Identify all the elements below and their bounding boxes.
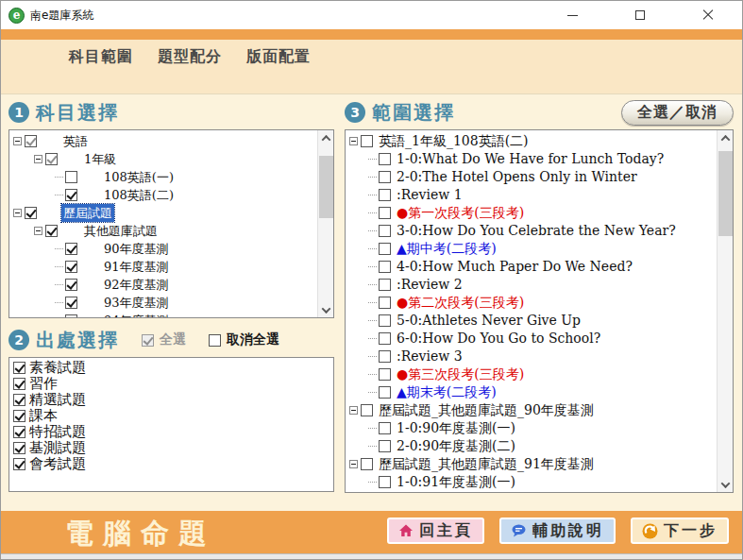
list-item[interactable]: 精選試題 <box>11 392 333 408</box>
tree-item-label[interactable]: 1-0:What Do We Have for Lunch Today? <box>395 150 666 168</box>
list-item[interactable]: 特招試題 <box>11 424 333 440</box>
tree-item-label[interactable]: 94年度基測 <box>102 312 171 317</box>
tree-checkbox[interactable] <box>379 243 391 255</box>
tree-item-label[interactable]: :Review 2 <box>395 276 464 294</box>
tree-item-label[interactable]: 2-0:The Hotel Opens Only in Winter <box>395 168 639 186</box>
tree-expander-icon[interactable] <box>349 137 358 145</box>
tree-checkbox[interactable] <box>25 207 37 219</box>
list-checkbox[interactable] <box>13 442 25 454</box>
tree-checkbox[interactable] <box>379 279 391 291</box>
deselect-all-checkbox[interactable]: 取消全選 <box>209 331 279 348</box>
tree-item-label[interactable]: :Review 1 <box>395 186 464 204</box>
list-item[interactable]: 課本 <box>11 408 333 424</box>
tree-checkbox[interactable] <box>361 135 373 147</box>
tree-item-label[interactable]: 108英語(一) <box>102 168 176 186</box>
tree-item-label[interactable]: 其他題庫試題 <box>82 222 160 240</box>
minimize-button[interactable] <box>538 1 606 29</box>
tree-item-label[interactable]: 1年級 <box>82 150 118 168</box>
tree-item-label[interactable]: ▲期末考(二段考) <box>395 383 498 401</box>
tree-expander-icon[interactable] <box>34 155 42 163</box>
tree-expander-icon[interactable] <box>13 137 22 145</box>
tree-item-label[interactable]: 90年度基測 <box>102 240 171 258</box>
tree-checkbox[interactable] <box>45 225 58 237</box>
tree-item-label[interactable]: 2-0:90年度基測(二) <box>395 437 517 455</box>
tree-item-label[interactable]: 3-0:How Do You Celebrate the New Year? <box>395 222 678 240</box>
tree-item-label[interactable]: 1-0:91年度基測(一) <box>395 473 517 491</box>
tree-item-label[interactable]: :Review 3 <box>395 348 464 365</box>
tree-item-label[interactable]: 5-0:Athletes Never Give Up <box>395 312 583 330</box>
list-item[interactable]: 習作 <box>11 376 333 392</box>
tree-checkbox[interactable] <box>379 207 391 219</box>
tree-item-label[interactable]: 英語_1年級_108英語(二) <box>377 132 531 150</box>
tree-checkbox[interactable] <box>25 135 37 147</box>
list-checkbox[interactable] <box>13 378 25 390</box>
list-item[interactable]: 會考試題 <box>11 456 333 472</box>
tree-checkbox[interactable] <box>379 153 391 165</box>
select-all-checkbox[interactable]: 全選 <box>142 331 186 348</box>
tree-checkbox[interactable] <box>379 171 391 183</box>
tree-checkbox[interactable] <box>65 189 77 201</box>
list-checkbox[interactable] <box>13 458 25 470</box>
tree-item-label[interactable]: 93年度基測 <box>102 294 171 312</box>
tree-checkbox[interactable] <box>379 368 391 381</box>
tree-checkbox[interactable] <box>65 261 77 273</box>
tree-expander-icon[interactable] <box>349 460 358 468</box>
tree-item-label[interactable]: 1-0:90年度基測(一) <box>395 419 517 437</box>
scroll-up-icon[interactable] <box>718 130 734 145</box>
tree-expander-icon[interactable] <box>349 406 358 415</box>
list-checkbox[interactable] <box>13 394 25 406</box>
tree-checkbox[interactable] <box>65 243 77 255</box>
tree-checkbox[interactable] <box>379 332 391 345</box>
list-checkbox[interactable] <box>13 426 25 438</box>
list-item[interactable]: 基測試題 <box>11 440 333 456</box>
tree-item-label[interactable]: 歷屆試題_其他題庫試題_91年度基測 <box>377 455 596 473</box>
tree-checkbox[interactable] <box>361 404 373 416</box>
tree-checkbox[interactable] <box>361 458 373 470</box>
tree-item-label[interactable]: ●第一次段考(三段考) <box>395 204 526 222</box>
tree-checkbox[interactable] <box>65 314 77 317</box>
scroll-down-icon[interactable] <box>718 477 734 492</box>
tree-item-label[interactable]: 92年度基測 <box>102 276 171 294</box>
tree-checkbox[interactable] <box>379 225 391 237</box>
subject-tree-scrollbar[interactable] <box>317 130 333 317</box>
home-button[interactable]: 回主頁 <box>387 518 484 544</box>
tree-item-label[interactable]: 英語 <box>61 132 90 150</box>
tree-item-label[interactable]: 6-0:How Do You Go to School? <box>395 330 602 348</box>
tree-item-label[interactable]: 91年度基測 <box>102 258 171 276</box>
scrollbar-thumb[interactable] <box>718 151 733 236</box>
tree-item-label[interactable]: ●第三次段考(三段考) <box>395 365 526 383</box>
tree-checkbox[interactable] <box>379 386 391 399</box>
scroll-down-icon[interactable] <box>318 302 334 317</box>
scroll-up-icon[interactable] <box>318 130 334 145</box>
tree-item-label[interactable]: 108英語(二) <box>102 186 176 204</box>
list-item[interactable]: 素養試題 <box>11 360 333 376</box>
list-checkbox[interactable] <box>13 362 25 374</box>
tree-checkbox[interactable] <box>379 297 391 309</box>
tree-item-label[interactable]: ▲期中考(二段考) <box>395 240 498 258</box>
range-tree-scrollbar[interactable] <box>717 130 733 492</box>
tree-item-label[interactable]: ●第二次段考(三段考) <box>395 294 526 312</box>
tree-checkbox[interactable] <box>379 350 391 363</box>
tree-checkbox[interactable] <box>45 153 58 165</box>
tree-checkbox[interactable] <box>379 476 391 488</box>
tree-checkbox[interactable] <box>65 297 77 309</box>
tree-checkbox[interactable] <box>379 422 391 434</box>
help-button[interactable]: 輔助說明 <box>499 518 616 544</box>
tree-expander-icon[interactable] <box>34 227 42 235</box>
tree-expander-icon[interactable] <box>13 209 22 217</box>
tree-item-label[interactable]: 歷屆試題 <box>61 204 114 222</box>
scrollbar-thumb[interactable] <box>319 156 333 218</box>
close-button[interactable] <box>674 1 742 29</box>
tree-item-label[interactable]: 4-0:How Much Paper Do We Need? <box>395 258 634 276</box>
tree-checkbox[interactable] <box>65 171 77 183</box>
select-toggle-button[interactable]: 全選／取消 <box>621 100 734 126</box>
tree-item-label[interactable]: 歷屆試題_其他題庫試題_90年度基測 <box>377 401 596 419</box>
tree-checkbox[interactable] <box>379 440 391 452</box>
next-step-button[interactable]: 下一步 <box>631 518 729 544</box>
list-checkbox[interactable] <box>13 410 25 422</box>
tree-checkbox[interactable] <box>379 189 391 201</box>
tree-checkbox[interactable] <box>65 279 77 291</box>
tree-checkbox[interactable] <box>379 261 391 273</box>
maximize-button[interactable] <box>606 1 674 29</box>
tree-checkbox[interactable] <box>379 314 391 327</box>
